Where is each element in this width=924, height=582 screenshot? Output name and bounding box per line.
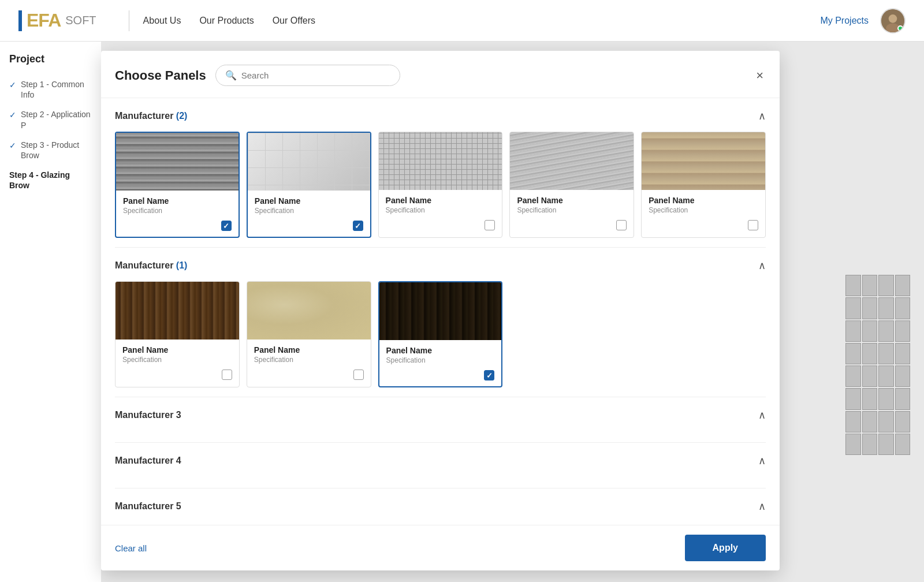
grid-cell: [895, 343, 911, 364]
panel-spec-2-2: Specification: [254, 356, 364, 364]
logo: EFA SOFT: [18, 10, 96, 31]
manufacturer-header-2[interactable]: Manufacturer (1) ∧: [115, 259, 766, 272]
chevron-up-icon-1: ∧: [758, 110, 766, 122]
chevron-up-icon-5: ∧: [758, 500, 766, 513]
sidebar-item-step3: ✓ Step 3 - Product Brow: [9, 140, 92, 161]
panel-checkbox-1-1[interactable]: [221, 221, 232, 231]
grid-cell: [895, 275, 911, 296]
my-projects-link[interactable]: My Projects: [820, 16, 869, 26]
nav-products[interactable]: Our Products: [199, 16, 254, 26]
panel-checkbox-row-2-3: [379, 370, 502, 386]
panel-checkbox-2-3[interactable]: [484, 370, 494, 380]
panel-checkbox-2-1[interactable]: [222, 370, 232, 380]
grid-cell: [878, 297, 894, 319]
panel-spec-2-1: Specification: [122, 356, 232, 364]
search-box[interactable]: 🔍: [215, 65, 400, 86]
manufacturer-name-2: Manufacturer (1): [115, 260, 187, 271]
grid-cell: [845, 411, 861, 432]
panel-spec-1-2: Specification: [255, 207, 363, 215]
grid-cell: [845, 320, 861, 342]
panel-spec-1-4: Specification: [517, 206, 627, 214]
chevron-up-icon-3: ∧: [758, 409, 766, 421]
check-icon-2: ✓: [9, 110, 16, 120]
clear-all-button[interactable]: Clear all: [115, 543, 147, 553]
manufacturer-section-2: Manufacturer (1) ∧ Panel Name Specificat…: [115, 248, 766, 397]
grid-cell: [862, 320, 878, 342]
nav-offers[interactable]: Our Offers: [273, 16, 315, 26]
panel-name-1-1: Panel Name: [123, 196, 232, 206]
grid-cell: [878, 411, 894, 432]
panel-thumbnail-1-1: [116, 133, 239, 191]
panel-card-1-1[interactable]: Panel Name Specification: [115, 132, 240, 238]
panel-checkbox-1-5[interactable]: [748, 220, 758, 230]
panel-card-1-3[interactable]: Panel Name Specification: [378, 132, 503, 238]
panels-grid-2: Panel Name Specification Panel Name Spec…: [115, 281, 766, 387]
panel-thumbnail-1-4: [510, 132, 634, 190]
panel-thumbnail-2-2: [247, 282, 371, 339]
panel-info-2-3: Panel Name Specification: [379, 340, 502, 370]
grid-cell: [878, 320, 894, 342]
panel-name-1-5: Panel Name: [649, 196, 758, 205]
panel-name-2-3: Panel Name: [386, 346, 495, 355]
panel-checkbox-1-3[interactable]: [485, 220, 495, 230]
panel-info-1-1: Panel Name Specification: [116, 191, 239, 221]
grid-cell: [862, 297, 878, 319]
apply-button[interactable]: Apply: [685, 535, 766, 561]
grid-cell: [878, 365, 894, 387]
panel-card-2-2[interactable]: Panel Name Specification: [247, 281, 371, 387]
panel-spec-2-3: Specification: [386, 356, 495, 364]
panel-name-1-2: Panel Name: [255, 196, 363, 206]
panel-spec-1-3: Specification: [386, 206, 495, 214]
choose-panels-modal: Choose Panels 🔍 × Manufacturer (2) ∧: [101, 51, 780, 570]
panel-name-2-2: Panel Name: [254, 345, 364, 355]
check-icon-3: ✓: [9, 140, 16, 151]
panel-info-2-2: Panel Name Specification: [247, 339, 371, 370]
check-icon-1: ✓: [9, 80, 16, 90]
panel-name-1-4: Panel Name: [517, 196, 627, 205]
panel-info-2-1: Panel Name Specification: [116, 339, 239, 370]
grid-cell: [878, 343, 894, 364]
panel-name-2-1: Panel Name: [122, 345, 232, 355]
avatar[interactable]: [880, 8, 906, 33]
grid-cell: [895, 388, 911, 409]
nav-links: About Us Our Products Our Offers: [143, 16, 315, 26]
panel-card-2-1[interactable]: Panel Name Specification: [115, 281, 240, 387]
grid-decoration: (function(){ const g = document.currentS…: [843, 273, 912, 457]
grid-cell: [862, 343, 878, 364]
manufacturer-header-1[interactable]: Manufacturer (2) ∧: [115, 110, 766, 122]
manufacturer-name-5: Manufacturer 5: [115, 501, 181, 512]
panel-checkbox-1-2[interactable]: [353, 221, 363, 231]
panel-checkbox-2-2[interactable]: [353, 370, 364, 380]
nav-about[interactable]: About Us: [143, 16, 181, 26]
manufacturer-name-4: Manufacturer 4: [115, 456, 181, 466]
panel-thumbnail-1-2: [248, 133, 370, 191]
grid-cell: [862, 411, 878, 432]
nav-divider: [129, 10, 129, 31]
search-input[interactable]: [241, 70, 390, 80]
manufacturer-section-4: Manufacturer 4 ∧: [115, 443, 766, 488]
panel-card-1-2[interactable]: Panel Name Specification: [247, 132, 371, 238]
modal-body: Manufacturer (2) ∧ Panel Name Specificat…: [101, 98, 780, 525]
manufacturer-name-1: Manufacturer (2): [115, 111, 187, 121]
panel-checkbox-row-1-4: [510, 220, 634, 236]
grid-cell: [862, 275, 878, 296]
close-button[interactable]: ×: [754, 66, 766, 85]
panel-checkbox-1-4[interactable]: [616, 220, 627, 230]
manufacturer-header-3[interactable]: Manufacturer 3 ∧: [115, 409, 766, 421]
manufacturer-section-1: Manufacturer (2) ∧ Panel Name Specificat…: [115, 98, 766, 248]
panel-thumbnail-1-5: [642, 132, 765, 190]
manufacturer-header-4[interactable]: Manufacturer 4 ∧: [115, 454, 766, 467]
manufacturer-header-5[interactable]: Manufacturer 5 ∧: [115, 500, 766, 513]
panel-name-1-3: Panel Name: [386, 196, 495, 205]
modal-footer: Clear all Apply: [101, 525, 780, 570]
panel-card-2-3[interactable]: Panel Name Specification: [378, 281, 503, 387]
grid-cell: [845, 388, 861, 409]
header: EFA SOFT About Us Our Products Our Offer…: [0, 0, 924, 42]
panel-thumbnail-1-3: [379, 132, 502, 190]
grid-cell: [895, 434, 911, 455]
logo-efa: EFA: [27, 10, 61, 31]
grid-cell: [845, 297, 861, 319]
grid-cell: [895, 365, 911, 387]
panel-card-1-4[interactable]: Panel Name Specification: [509, 132, 634, 238]
panel-card-1-5[interactable]: Panel Name Specification: [641, 132, 766, 238]
